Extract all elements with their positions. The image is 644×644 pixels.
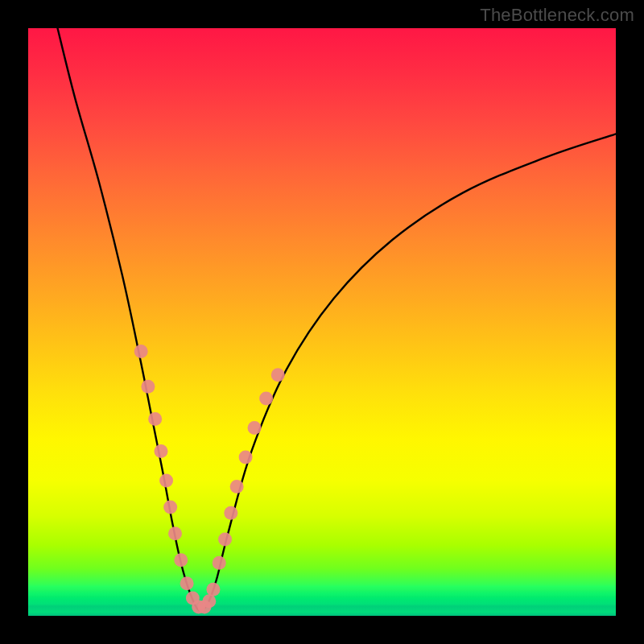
right-branch-dots [213, 368, 285, 570]
left-branch-dots [134, 345, 221, 614]
marker-dot [213, 556, 226, 570]
bottleneck-curve-path [58, 28, 617, 611]
marker-dot [239, 450, 253, 464]
marker-dot [218, 533, 232, 547]
chart-frame: TheBottleneck.com [0, 0, 644, 644]
marker-dot [163, 500, 177, 514]
marker-dot [174, 553, 188, 567]
marker-dot [271, 368, 285, 382]
marker-dot [180, 576, 194, 590]
marker-dot [230, 480, 244, 493]
marker-dot [259, 391, 273, 405]
plot-area [28, 28, 616, 616]
marker-dot [248, 421, 262, 435]
marker-dot [168, 526, 182, 540]
marker-dot [202, 594, 216, 608]
watermark-label: TheBottleneck.com [480, 5, 634, 26]
marker-dot [224, 506, 237, 520]
marker-dot [134, 345, 148, 358]
marker-dot [154, 444, 167, 458]
marker-dot [148, 412, 162, 426]
marker-dot [159, 474, 173, 488]
marker-dot [141, 380, 155, 394]
marker-dot [206, 583, 220, 597]
curve-svg [28, 28, 616, 616]
